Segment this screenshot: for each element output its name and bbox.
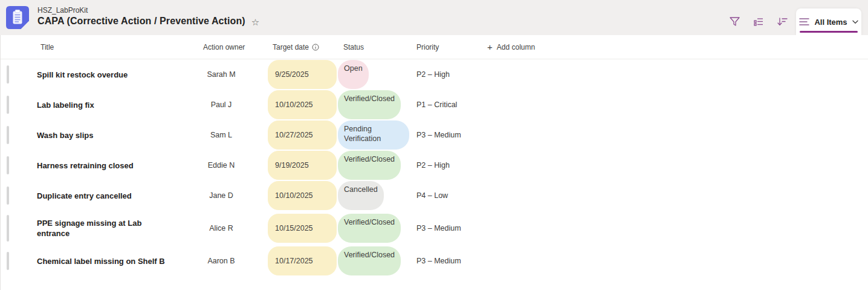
row-gripper[interactable] (7, 156, 9, 174)
column-header-row: Title Action owner Target date Status Pr… (1, 35, 868, 59)
row-owner: Sam L (204, 131, 238, 139)
status-pill[interactable]: Verified/Closed (338, 90, 401, 119)
target-date-pill[interactable]: 10/15/2025 (268, 214, 337, 243)
info-icon (312, 44, 319, 51)
status-pill[interactable]: Verified/Closed (338, 246, 401, 275)
target-date-pill[interactable]: 10/10/2025 (268, 90, 337, 119)
row-title[interactable]: Chemical label missing on Shelf B (37, 256, 165, 266)
row-gripper[interactable] (7, 186, 9, 205)
view-lines-icon (799, 18, 809, 26)
row-priority: P4 – Low (416, 191, 448, 200)
page-title: CAPA (Corrective Action / Preventive Act… (37, 16, 245, 27)
breadcrumb[interactable]: HSZ_LabProKit (37, 6, 88, 15)
row-gripper[interactable] (7, 96, 9, 114)
column-header-action-owner[interactable]: Action owner (203, 43, 268, 51)
filter-button[interactable] (728, 15, 742, 28)
star-outline-icon[interactable]: ☆ (251, 16, 259, 27)
row-title[interactable]: Lab labeling fix (37, 100, 94, 110)
table-row[interactable]: Duplicate entry cancelled Jane D 10/10/2… (1, 180, 868, 211)
table-row[interactable]: PPE signage missing at Lab entrance Alic… (1, 211, 868, 246)
target-date-pill[interactable]: 10/27/2025 (268, 120, 337, 150)
plus-icon: + (487, 42, 493, 51)
column-header-title[interactable]: Title (37, 43, 203, 51)
row-owner: Aaron B (204, 257, 238, 265)
table-row[interactable]: Lab labeling fix Paul J 10/10/2025 Verif… (1, 90, 868, 120)
row-owner: Jane D (204, 191, 238, 200)
column-header-status[interactable]: Status (338, 43, 416, 51)
row-priority: P3 – Medium (416, 257, 461, 265)
status-pill[interactable]: Open (338, 60, 369, 89)
row-title[interactable]: Duplicate entry cancelled (37, 191, 132, 201)
add-column-button[interactable]: + Add column (484, 42, 535, 51)
row-gripper[interactable] (7, 65, 9, 84)
column-header-target-date[interactable]: Target date (268, 43, 338, 51)
row-gripper[interactable] (7, 252, 9, 270)
group-by-icon (753, 16, 764, 27)
target-date-pill[interactable]: 9/25/2025 (268, 60, 337, 89)
row-priority: P1 – Critical (416, 101, 457, 109)
row-title[interactable]: PPE signage missing at Lab entrance (37, 218, 165, 239)
group-by-button[interactable] (752, 15, 765, 28)
row-gripper[interactable] (7, 215, 9, 242)
view-toolbar (728, 15, 789, 28)
active-view-underline (800, 31, 858, 33)
top-header: HSZ_LabProKit CAPA (Corrective Action / … (0, 0, 868, 35)
row-priority: P3 – Medium (416, 131, 461, 139)
filter-icon (729, 16, 740, 27)
target-date-pill[interactable]: 10/10/2025 (268, 181, 337, 210)
view-switcher[interactable]: All Items (796, 8, 861, 35)
target-date-pill[interactable]: 10/17/2025 (268, 246, 337, 275)
sort-descending-icon (777, 16, 788, 27)
list-content: Title Action owner Target date Status Pr… (0, 35, 868, 290)
row-owner: Eddie N (204, 161, 238, 170)
status-pill[interactable]: Verified/Closed (338, 214, 401, 243)
row-title[interactable]: Harness retraining closed (37, 160, 134, 171)
column-header-priority[interactable]: Priority (416, 43, 484, 51)
row-owner: Paul J (204, 101, 238, 109)
view-switcher-label: All Items (814, 18, 847, 27)
table-row[interactable]: Harness retraining closed Eddie N 9/19/2… (1, 150, 868, 180)
row-title[interactable]: Wash bay slips (37, 130, 93, 140)
row-owner: Alice R (204, 224, 238, 232)
row-gripper[interactable] (7, 126, 9, 144)
sort-button[interactable] (776, 15, 789, 28)
table-row[interactable]: Wash bay slips Sam L 10/27/2025 Pending … (1, 120, 868, 150)
row-owner: Sarah M (204, 70, 238, 79)
status-pill[interactable]: Pending Verification (338, 120, 409, 150)
row-title[interactable]: Spill kit restock overdue (37, 70, 128, 80)
row-priority: P2 – High (416, 161, 450, 170)
status-pill[interactable]: Cancelled (338, 181, 384, 210)
target-date-pill[interactable]: 9/19/2025 (268, 151, 337, 180)
clipboard-app-icon[interactable] (6, 6, 29, 29)
row-priority: P3 – Medium (416, 224, 461, 232)
chevron-down-icon (852, 20, 858, 24)
table-row[interactable]: Chemical label missing on Shelf B Aaron … (1, 246, 868, 276)
table-row[interactable]: Spill kit restock overdue Sarah M 9/25/2… (1, 59, 868, 90)
row-priority: P2 – High (416, 70, 450, 79)
status-pill[interactable]: Verified/Closed (338, 151, 401, 180)
